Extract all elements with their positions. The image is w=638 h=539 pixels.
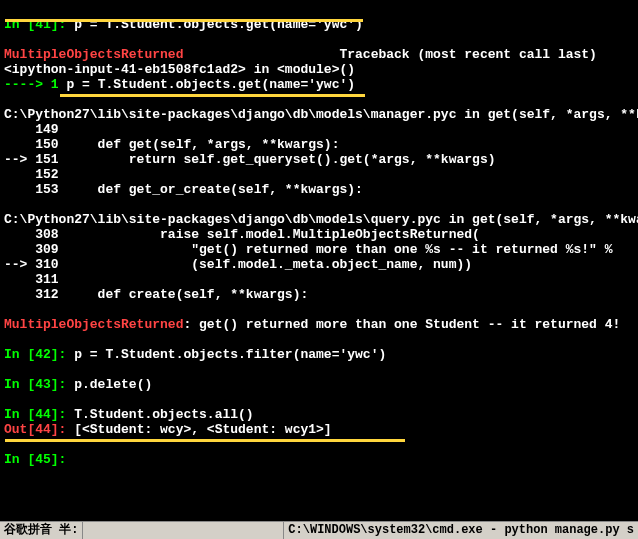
out-value-44: [<Student: wcy>, <Student: wcy1>] <box>74 422 331 437</box>
code-line-310: --> 310 (self.model._meta.object_name, n… <box>4 257 472 272</box>
code-line-308: 308 raise self.model.MultipleObjectsRetu… <box>4 227 480 242</box>
arrow-1-code: p = T.Student.objects.get(name='ywc') <box>66 77 355 92</box>
final-exception-msg: : get() returned more than one Student -… <box>183 317 620 332</box>
ime-status: 谷歌拼音 半: <box>0 522 83 539</box>
manager-path: C:\Python27\lib\site-packages\django\db\… <box>4 107 638 122</box>
module-name: <module> <box>277 62 339 77</box>
highlight-underline-3 <box>5 439 405 442</box>
in-prompt-45: In [45]: <box>4 452 66 467</box>
in-code-42: p = T.Student.objects.filter(name='ywc') <box>74 347 386 362</box>
in-code-43: p.delete() <box>74 377 152 392</box>
arrow-1: ----> 1 <box>4 77 66 92</box>
terminal-output[interactable]: In [41]: p = T.Student.objects.get(name=… <box>0 0 638 514</box>
code-line-311: 311 <box>4 272 59 287</box>
window-title: C:\WINDOWS\system32\cmd.exe - python man… <box>283 522 638 539</box>
highlight-underline-2 <box>60 94 365 97</box>
out-prompt-44: Out[44]: <box>4 422 74 437</box>
final-exception-name: MultipleObjectsReturned <box>4 317 183 332</box>
status-bar: 谷歌拼音 半: C:\WINDOWS\system32\cmd.exe - py… <box>0 521 638 539</box>
code-line-150: 150 def get(self, *args, **kwargs): <box>4 137 339 152</box>
code-line-152: 152 <box>4 167 59 182</box>
code-line-312: 312 def create(self, **kwargs): <box>4 287 308 302</box>
exception-name: MultipleObjectsReturned <box>4 47 183 62</box>
in-prompt-42: In [42]: <box>4 347 74 362</box>
code-line-151: --> 151 return self.get_queryset().get(*… <box>4 152 495 167</box>
in-word: in <box>246 62 277 77</box>
traceback-header: Traceback (most recent call last) <box>183 47 596 62</box>
in-prompt-44: In [44]: <box>4 407 74 422</box>
call-parens: () <box>339 62 355 77</box>
in-code-44: T.Student.objects.all() <box>74 407 253 422</box>
code-line-149: 149 <box>4 122 59 137</box>
query-path: C:\Python27\lib\site-packages\django\db\… <box>4 212 638 227</box>
code-line-309: 309 "get() returned more than one %s -- … <box>4 242 613 257</box>
in-prompt-43: In [43]: <box>4 377 74 392</box>
ipython-input-ref: <ipython-input-41-eb1508fc1ad2> <box>4 62 246 77</box>
code-line-153: 153 def get_or_create(self, **kwargs): <box>4 182 363 197</box>
highlight-underline-1 <box>5 19 363 22</box>
